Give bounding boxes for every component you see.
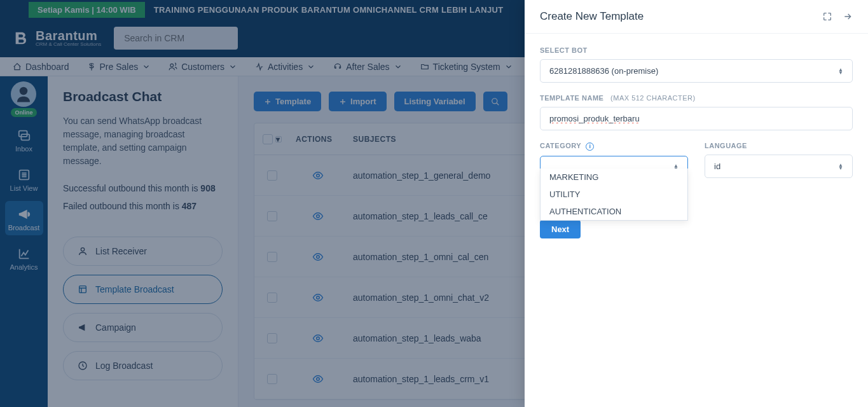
template-name-input-wrapper [540, 107, 853, 130]
language-dropdown[interactable]: id ▲▼ [705, 155, 853, 178]
select-caret-icon: ▲▼ [838, 68, 843, 74]
select-caret-icon: ▲▼ [838, 163, 843, 170]
arrow-right-icon[interactable] [843, 11, 853, 22]
expand-icon[interactable] [822, 11, 832, 22]
next-button[interactable]: Next [540, 220, 581, 238]
select-value: 6281281888636 (on-premise) [549, 66, 658, 76]
modal-title: Create New Template [540, 10, 644, 23]
select-bot-dropdown[interactable]: 6281281888636 (on-premise) ▲▼ [540, 59, 853, 83]
template-name-input[interactable] [549, 114, 843, 123]
select-value: id [714, 162, 720, 171]
option-authentication[interactable]: AUTHENTICATION [541, 203, 687, 220]
label-language: LANGUAGE [705, 142, 853, 149]
category-dropdown-list: MARKETING UTILITY AUTHENTICATION [540, 169, 688, 221]
info-icon[interactable]: i [586, 142, 594, 151]
label-template-name: TEMPLATE NAME (MAX 512 CHARACTER) [540, 94, 853, 102]
label-select-bot: SELECT BOT [540, 46, 853, 54]
option-utility[interactable]: UTILITY [541, 186, 687, 203]
label-category: CATEGORY i [540, 142, 688, 151]
create-template-panel: Create New Template SELECT BOT 628128188… [525, 0, 868, 407]
option-marketing[interactable]: MARKETING [541, 169, 687, 186]
